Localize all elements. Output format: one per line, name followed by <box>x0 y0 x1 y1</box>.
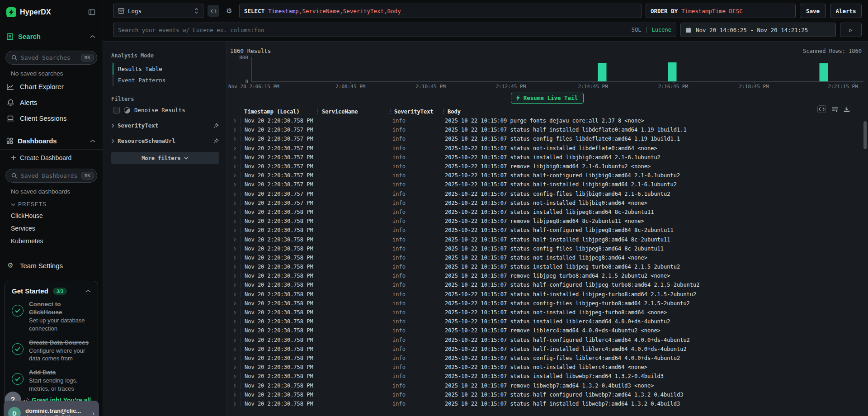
table-row[interactable]: ❯ Nov 20 2:20:30.758 PM info 2025-10-22 … <box>229 235 868 244</box>
chevron-up-icon[interactable] <box>90 139 95 143</box>
table-row[interactable]: ❯ Nov 20 2:20:30.758 PM info 2025-10-22 … <box>229 345 868 354</box>
expand-row-chevron-icon[interactable]: ❯ <box>229 246 241 251</box>
expand-row-chevron-icon[interactable]: ❯ <box>229 128 241 132</box>
expand-row-chevron-icon[interactable]: ❯ <box>229 356 241 360</box>
table-row[interactable]: ❯ Nov 20 2:20:30.757 PM info 2025-10-22 … <box>229 180 868 189</box>
table-row[interactable]: ❯ Nov 20 2:20:30.758 PM info 2025-10-22 … <box>229 280 868 289</box>
get-started-step[interactable]: Create Data Sources Configure where your… <box>12 339 91 363</box>
language-toggle-lucene[interactable]: Lucene <box>652 27 671 33</box>
sidebar-item-dashboards[interactable]: Dashboards <box>0 132 103 150</box>
run-query-button[interactable]: ▷ <box>840 23 862 37</box>
pin-icon[interactable] <box>213 123 219 128</box>
denoise-checkbox[interactable] <box>113 107 120 113</box>
chevron-up-icon[interactable] <box>85 289 91 293</box>
expand-row-chevron-icon[interactable]: ❯ <box>229 283 241 287</box>
sidebar-item-search[interactable]: Search <box>0 28 103 45</box>
sidebar-item-kubernetes[interactable]: Kubernetes <box>0 235 103 247</box>
column-config-icon[interactable] <box>817 105 826 113</box>
date-range-picker[interactable]: Nov 20 14:06:25 - Nov 20 14:21:25 <box>680 23 836 37</box>
expand-row-chevron-icon[interactable]: ❯ <box>229 192 241 196</box>
expand-row-chevron-icon[interactable]: ❯ <box>229 310 241 315</box>
table-row[interactable]: ❯ Nov 20 2:20:30.758 PM info 2025-10-22 … <box>229 354 868 363</box>
expand-row-chevron-icon[interactable]: ❯ <box>229 274 241 278</box>
filter-group-severitytext[interactable]: SeverityText <box>111 122 219 129</box>
table-row[interactable]: ❯ Nov 20 2:20:30.758 PM info 2025-10-22 … <box>229 208 868 217</box>
expand-row-chevron-icon[interactable]: ❯ <box>229 319 241 324</box>
collapse-sidebar-icon[interactable] <box>88 9 95 16</box>
expand-row-chevron-icon[interactable]: ❯ <box>229 173 241 178</box>
table-row[interactable]: ❯ Nov 20 2:20:30.758 PM info 2025-10-22 … <box>229 390 868 399</box>
table-row[interactable]: ❯ Nov 20 2:20:30.758 PM info 2025-10-22 … <box>229 271 868 280</box>
table-row[interactable]: ❯ Nov 20 2:20:30.758 PM info 2025-10-22 … <box>229 399 868 408</box>
column-header-body[interactable]: Body <box>444 109 868 115</box>
hyperdx-logo[interactable]: HyperDX <box>6 7 51 17</box>
expand-row-chevron-icon[interactable]: ❯ <box>229 265 241 269</box>
expand-row-chevron-icon[interactable]: ❯ <box>229 392 241 397</box>
table-row[interactable]: ❯ Nov 20 2:20:30.757 PM info 2025-10-22 … <box>229 153 868 162</box>
sidebar-item-services[interactable]: Services <box>0 222 103 235</box>
expand-row-chevron-icon[interactable]: ❯ <box>229 374 241 378</box>
sidebar-item-clickhouse[interactable]: ClickHouse <box>0 209 103 222</box>
expand-row-chevron-icon[interactable]: ❯ <box>229 255 241 260</box>
chart-plot[interactable] <box>251 57 863 81</box>
sidebar-item-client-sessions[interactable]: Client Sessions <box>0 110 103 126</box>
table-row[interactable]: ❯ Nov 20 2:20:30.757 PM info 2025-10-22 … <box>229 134 868 143</box>
table-row[interactable]: ❯ Nov 20 2:20:30.758 PM info 2025-10-22 … <box>229 253 868 262</box>
mode-event-patterns[interactable]: Event Patterns <box>113 75 219 86</box>
table-row[interactable]: ❯ Nov 20 2:20:30.758 PM info 2025-10-22 … <box>229 326 868 335</box>
pin-icon[interactable] <box>213 138 219 144</box>
denoise-results-toggle[interactable]: Denoise Results <box>111 107 219 113</box>
more-filters-button[interactable]: More filters <box>111 152 219 164</box>
sidebar-item-chart-explorer[interactable]: Chart Explorer <box>0 79 103 95</box>
table-row[interactable]: ❯ Nov 20 2:20:30.758 PM info 2025-10-22 … <box>229 372 868 381</box>
table-row[interactable]: ❯ Nov 20 2:20:30.758 PM info 2025-10-22 … <box>229 308 868 317</box>
event-search-input[interactable]: Search your events w/ Lucene ex. column:… <box>113 23 676 37</box>
expand-row-chevron-icon[interactable]: ❯ <box>229 347 241 351</box>
mode-results-table[interactable]: Results Table <box>113 63 219 75</box>
saved-dashboards-input[interactable]: Saved Dashboards ⌘K <box>5 169 97 183</box>
expand-row-chevron-icon[interactable]: ❯ <box>229 137 241 141</box>
expand-row-chevron-icon[interactable]: ❯ <box>229 219 241 223</box>
table-row[interactable]: ❯ Nov 20 2:20:30.758 PM info 2025-10-22 … <box>229 317 868 326</box>
presets-toggle[interactable]: PRESETS <box>0 197 103 209</box>
table-row[interactable]: ❯ Nov 20 2:20:30.757 PM info 2025-10-22 … <box>229 199 868 208</box>
table-row[interactable]: ❯ Nov 20 2:20:30.758 PM info 2025-10-22 … <box>229 299 868 308</box>
get-started-step[interactable]: Connect to ClickHouse Set up your databa… <box>12 300 91 333</box>
source-select[interactable]: Logs <box>113 4 203 18</box>
table-row[interactable]: ❯ Nov 20 2:20:30.758 PM info 2025-10-22 … <box>229 381 868 390</box>
select-clause-input[interactable]: SELECT Timestamp ,ServiceName,SeverityTe… <box>239 4 642 18</box>
table-row[interactable]: ❯ Nov 20 2:20:30.758 PM info 2025-10-22 … <box>229 363 868 372</box>
expand-row-chevron-icon[interactable]: ❯ <box>229 228 241 232</box>
column-header-servicename[interactable]: ServiceName <box>318 109 390 115</box>
alerts-button[interactable]: Alerts <box>830 4 862 18</box>
resume-live-tail-button[interactable]: Resume Live Tail <box>511 93 584 104</box>
table-row[interactable]: ❯ Nov 20 2:20:30.757 PM info 2025-10-22 … <box>229 171 868 180</box>
expand-row-chevron-icon[interactable]: ❯ <box>229 118 241 123</box>
table-row[interactable]: ❯ Nov 20 2:20:30.758 PM info 2025-10-22 … <box>229 290 868 299</box>
user-profile[interactable]: D dominic.tran@clic... dominic.tran@clic… <box>4 401 99 416</box>
table-row[interactable]: ❯ Nov 20 2:20:30.758 PM info 2025-10-22 … <box>229 244 868 253</box>
saved-searches-input[interactable]: Saved Searches ⌘K <box>5 51 97 65</box>
expand-row-chevron-icon[interactable]: ❯ <box>229 383 241 388</box>
results-scrollbar[interactable] <box>863 121 867 149</box>
expand-row-chevron-icon[interactable]: ❯ <box>229 155 241 160</box>
get-started-step[interactable]: Add Data Start sending logs, metrics, or… <box>12 369 91 392</box>
create-dashboard-button[interactable]: Create Dashboard <box>0 150 103 163</box>
table-row[interactable]: ❯ Nov 20 2:20:30.758 PM info 2025-10-22 … <box>229 116 868 125</box>
sidebar-item-team-settings[interactable]: ⚙ Team Settings <box>0 257 103 274</box>
table-row[interactable]: ❯ Nov 20 2:20:30.758 PM info 2025-10-22 … <box>229 262 868 271</box>
expand-row-chevron-icon[interactable]: ❯ <box>229 301 241 306</box>
table-row[interactable]: ❯ Nov 20 2:20:30.758 PM info 2025-10-22 … <box>229 217 868 226</box>
code-toggle-icon[interactable] <box>208 5 219 17</box>
expand-row-chevron-icon[interactable]: ❯ <box>229 182 241 187</box>
column-header-severitytext[interactable]: SeverityText <box>391 109 443 115</box>
expand-row-chevron-icon[interactable]: ❯ <box>229 338 241 342</box>
expand-row-chevron-icon[interactable]: ❯ <box>229 210 241 214</box>
expand-row-chevron-icon[interactable]: ❯ <box>229 237 241 242</box>
table-row[interactable]: ❯ Nov 20 2:20:30.758 PM info 2025-10-22 … <box>229 336 868 345</box>
table-row[interactable]: ❯ Nov 20 2:20:30.757 PM info 2025-10-22 … <box>229 144 868 153</box>
expand-row-chevron-icon[interactable]: ❯ <box>229 328 241 333</box>
expand-row-chevron-icon[interactable]: ❯ <box>229 201 241 205</box>
expand-row-chevron-icon[interactable]: ❯ <box>229 365 241 369</box>
sidebar-item-alerts[interactable]: Alerts <box>0 95 103 110</box>
